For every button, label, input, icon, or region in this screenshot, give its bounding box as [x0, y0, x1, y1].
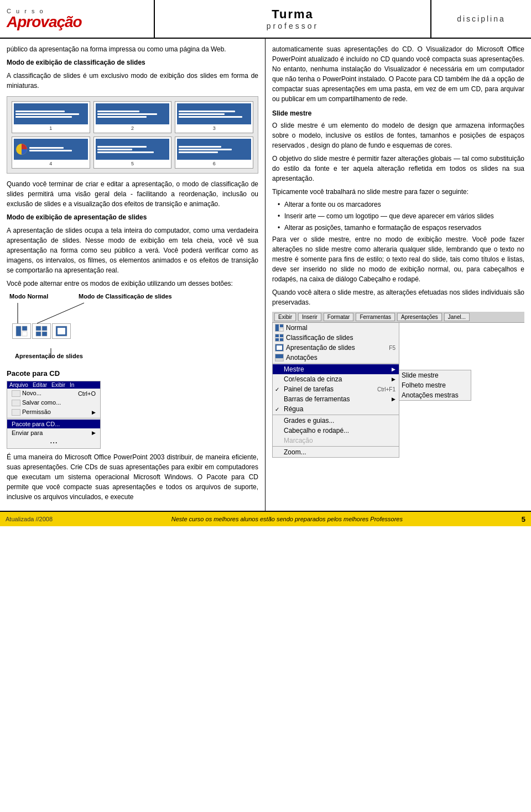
- mode-diagram: Modo Normal Modo de Classificação de sli…: [7, 293, 258, 365]
- menu-tab-exibir[interactable]: Exibir: [51, 382, 65, 388]
- exibir-zoom-label: Zoom...: [284, 448, 306, 456]
- slide-mestre-bullets: Alterar a fonte ou os marcadores Inserir…: [278, 200, 524, 232]
- slide-mestre-title: Slide mestre: [272, 108, 524, 118]
- menu-tab-in[interactable]: In: [70, 382, 74, 388]
- footer-date: Atualizada //2008: [6, 516, 53, 522]
- slides-icon: [275, 334, 284, 342]
- exibir-painel-shortcut: Ctrl+F1: [377, 386, 395, 392]
- exibir-mestre-label: Mestre: [284, 365, 304, 373]
- slide-num-5: 5: [131, 161, 134, 166]
- exibir-anotacoes[interactable]: Anotações: [273, 353, 399, 363]
- exibir-barras-label: Barras de ferramentas: [284, 395, 350, 403]
- submenu-anotacoes-mestras[interactable]: Anotações mestras: [399, 390, 471, 400]
- right-column: automaticamente suas apresentações do CD…: [266, 39, 531, 511]
- exibir-anotacoes-label: Anotações: [286, 354, 317, 362]
- footer-text: Neste curso os melhores alunos estão sen…: [58, 516, 516, 522]
- slide-thumb-6: 6: [175, 137, 253, 169]
- exibir-apresentacao-label: Apresentação de slides: [286, 344, 355, 352]
- left-para4: A apresentação de slides ocupa a tela in…: [7, 226, 258, 275]
- menu-items: Novo... Ctrl+O Salvar como... Permissão …: [7, 389, 100, 448]
- exibir-cabecalho[interactable]: Cabeçalho e rodapé...: [273, 426, 399, 436]
- menu-more: ⋯: [7, 437, 100, 448]
- exibir-barras[interactable]: Barras de ferramentas ▶: [273, 394, 399, 404]
- exibir-cor-arrow: ▶: [392, 376, 395, 382]
- bullet-3: Alterar as posições, tamanho e formataçã…: [278, 223, 524, 233]
- menu-item-novo[interactable]: Novo... Ctrl+O: [7, 389, 100, 398]
- exibir-regua[interactable]: ✓ Régua: [273, 404, 399, 414]
- submenu-slide-mestre[interactable]: Slide mestre: [399, 370, 471, 380]
- left-para1: público da apresentação na forma impress…: [7, 44, 258, 54]
- exibir-marcacao-label: Marcação: [284, 437, 313, 444]
- slide-num-1: 1: [49, 125, 52, 131]
- exibir-mestre-arrow: ▶: [392, 366, 395, 372]
- submenu-anotacoes-mestras-label: Anotações mestras: [402, 391, 459, 399]
- professor-label: professor: [267, 22, 319, 30]
- slide-thumb-1: 1: [12, 101, 90, 133]
- logo-area: C u r s o Aprovação: [0, 0, 155, 38]
- menu-item-salvar[interactable]: Salvar como...: [7, 398, 100, 407]
- menu-titlebar: Arquivo Editar Exibir In: [7, 381, 100, 389]
- left-para3: Quando você terminar de criar e editar a…: [7, 179, 258, 209]
- exibir-tab-exibir[interactable]: Exibir: [274, 313, 296, 321]
- submenu-folheto-mestre-label: Folheto mestre: [402, 381, 446, 389]
- slide-mestre-p4: Para ver o slide mestre, entre no modo d…: [272, 234, 524, 284]
- exibir-tab-ferramentas[interactable]: Ferramentas: [356, 313, 395, 321]
- exibir-tab-apresentacoes[interactable]: Apresentações: [397, 313, 442, 321]
- exibir-submenu: Slide mestre Folheto mestre Anotações me…: [399, 370, 471, 401]
- exibir-mestre[interactable]: Mestre ▶: [273, 364, 399, 374]
- slide-mestre-p1: O slide mestre é um elemento do modelo d…: [272, 121, 524, 150]
- menu-tab-editar[interactable]: Editar: [33, 382, 47, 388]
- menu-item-pacote[interactable]: Pacote para CD...: [7, 420, 100, 428]
- exibir-painel[interactable]: ✓ Painel de tarefas Ctrl+F1: [273, 384, 399, 394]
- menu-item-permissao[interactable]: Permissão ▶: [7, 407, 100, 417]
- submenu-folheto-mestre[interactable]: Folheto mestre: [399, 380, 471, 390]
- section1-title: Modo de exibição de classificação de sli…: [7, 57, 258, 67]
- normal-icon: [275, 324, 284, 332]
- menu-item-enviar[interactable]: Enviar para ▶: [7, 428, 100, 437]
- exibir-zoom[interactable]: Zoom...: [273, 447, 399, 457]
- exibir-f5: F5: [389, 345, 395, 351]
- notes-icon: [275, 354, 284, 362]
- slide-mestre-p5: Quando você altera o slide mestre, as al…: [272, 287, 524, 307]
- exibir-apresentacao-slides[interactable]: Apresentação de slides F5: [273, 343, 399, 353]
- exibir-classificacao[interactable]: Classificação de slides: [273, 333, 399, 343]
- left-para6: É uma maneira do Microsoft Office PowerP…: [7, 452, 258, 502]
- slide-num-4: 4: [49, 161, 52, 166]
- mode-presentation-label: Apresentação de slides: [15, 353, 83, 359]
- slide-num-2: 2: [131, 125, 134, 131]
- arquivo-menu: Arquivo Editar Exibir In Novo... Ctrl+O …: [7, 381, 101, 449]
- slide-num-3: 3: [213, 125, 216, 131]
- menu-divider-1: [7, 418, 100, 418]
- header: C u r s o Aprovação Turma professor disc…: [0, 0, 531, 39]
- exibir-div1: [273, 363, 399, 364]
- right-para1: automaticamente suas apresentações do CD…: [272, 44, 524, 104]
- svg-rect-14: [280, 324, 283, 327]
- exibir-cor-label: Cor/escala de cinza: [284, 375, 342, 383]
- slide-num-6: 6: [213, 161, 216, 166]
- turma-label: Turma: [272, 7, 314, 22]
- exibir-menu-body: Normal Classificação de slides: [272, 323, 524, 458]
- exibir-menu-container: Exibir Inserir Formatar Ferramentas Apre…: [272, 312, 524, 458]
- exibir-tab-formatar[interactable]: Formatar: [324, 313, 354, 321]
- exibir-normal[interactable]: Normal: [273, 323, 399, 333]
- svg-rect-15: [280, 328, 283, 331]
- exibir-regua-check: ✓: [275, 406, 282, 412]
- exibir-tab-inserir[interactable]: Inserir: [298, 313, 321, 321]
- svg-rect-13: [275, 324, 279, 331]
- exibir-grades[interactable]: Grades e guias...: [273, 416, 399, 426]
- svg-rect-22: [275, 354, 283, 358]
- svg-rect-21: [277, 345, 282, 350]
- slide-thumb-4: 4: [12, 137, 90, 169]
- exibir-tab-janel[interactable]: Janel...: [444, 313, 470, 321]
- left-para5: Você pode alternar entre os modos de exi…: [7, 279, 258, 289]
- exibir-cor[interactable]: Cor/escala de cinza ▶: [273, 374, 399, 384]
- section2-title: Modo de exibição de apresentação de slid…: [7, 212, 258, 222]
- pie-chart-icon: [15, 143, 28, 155]
- svg-line-11: [37, 303, 84, 323]
- exibir-main-menu: Normal Classificação de slides: [272, 323, 399, 458]
- submenu-slide-mestre-label: Slide mestre: [402, 371, 439, 379]
- header-right: disciplina: [431, 0, 531, 38]
- exibir-painel-check: ✓: [275, 386, 282, 392]
- menu-tab-arquivo[interactable]: Arquivo: [9, 382, 28, 388]
- exibir-barras-arrow: ▶: [392, 396, 395, 402]
